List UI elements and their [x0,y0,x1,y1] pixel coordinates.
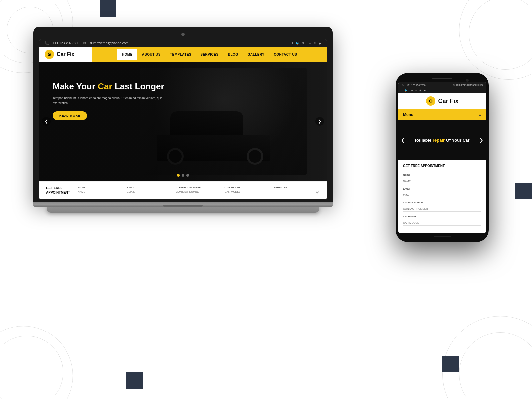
field-name-label: Name [78,186,124,189]
appointment-label: GET FREE APPOINTMENT [46,186,72,195]
phone-hero-highlight: repair [433,138,445,143]
field-name-input[interactable] [78,190,124,194]
hero-dot-1[interactable] [177,174,180,177]
phone-hamburger-icon[interactable]: ≡ [479,112,481,117]
laptop-stand [33,202,332,207]
phone-twitter-icon: 🐦 [404,89,408,92]
phone-topbar-email: dummyemail@yahoo.com [456,84,483,86]
topbar-left: 📞 +11 123 456 7890 ✉ dummyemail@yahoo.co… [45,41,129,45]
facebook-icon: f [292,42,293,45]
phone-field-contact-input[interactable] [403,206,481,212]
field-services-select[interactable] [274,190,320,195]
hero-section: Make Your Car Last Longer Tempor incidid… [39,62,327,181]
phone-topbar-email-wrapper: ✉ dummyemail@yahoo.com [453,84,483,86]
nav-item-gallery[interactable]: GALLERY [243,49,269,60]
logo-gear-icon: ⚙ [45,50,54,59]
phone-appt-title: GET FREE APPOINTMENT [403,164,481,170]
phone-field-contact: Contact Number [403,201,481,212]
hero-next-button[interactable]: ❯ [315,117,324,126]
appt-label-line2: APPOINTMENT [46,190,72,195]
hero-overlay [39,62,327,181]
laptop-camera-bar [39,33,327,36]
phone-linkedin-icon: in [415,89,417,92]
field-car-model-input[interactable] [225,190,271,194]
field-email-input[interactable] [127,190,173,194]
gear-symbol: ⚙ [47,52,52,57]
phone-field-name-label: Name [403,173,481,176]
rss-icon: ⊛ [314,42,316,45]
phone-topbar-phone-icon: 📞 [402,84,405,86]
field-car-model: Car Model [225,186,271,195]
field-email: Email [127,186,173,195]
laptop-base [47,207,319,213]
phone-appointment-section: GET FREE APPOINTMENT Name Email Contact … [398,160,486,233]
topbar-email: dummyemail@yahoo.com [90,41,129,45]
phone-hero-next-button[interactable]: ❯ [479,137,483,143]
hero-subtitle: Tempor incididunt ut labore et dolore ma… [53,96,179,105]
phone-home-button[interactable] [434,236,451,237]
email-icon: ✉ [83,41,86,45]
phone-social-icons: f 🐦 G+ in ⊛ ▶ [398,88,486,93]
phone-field-email-label: Email [403,187,481,190]
phone-hero-section: Reliable repair Of Your Car ❮ ❯ [398,120,486,160]
phone-field-email: Email [403,187,481,198]
phone-topbar: 📞 +11 123 456 7890 ✉ dummyemail@yahoo.co… [398,82,486,88]
field-services-label: Services [274,186,320,189]
phone-icon: 📞 [45,41,49,45]
hero-cta-button[interactable]: READ MORE [53,111,87,120]
field-contact-input[interactable] [176,190,222,194]
site-nav: HOME ABOUT US TEMPLATES SERVICES BLOG GA… [92,47,327,62]
phone-body: 📞 +11 123 456 7890 ✉ dummyemail@yahoo.co… [396,73,489,242]
phone-topbar-left: 📞 +11 123 456 7890 [402,84,426,86]
field-name: Name [78,186,124,195]
hero-title-part2: Last Longer [112,81,164,91]
hero-prev-button[interactable]: ❮ [42,117,51,126]
field-contact: Contact Number [176,186,222,195]
phone-field-car-model-label: Car Model [403,215,481,218]
appt-label-line1: GET FREE [46,186,72,190]
linkedin-icon: in [309,42,311,45]
phone-field-car-model: Car Model [403,215,481,226]
laptop-body: 📞 +11 123 456 7890 ✉ dummyemail@yahoo.co… [33,27,332,202]
phone-field-name-input[interactable] [403,179,481,184]
nav-item-about[interactable]: ABOUT US [137,49,165,60]
phone-hero-prev-button[interactable]: ❮ [401,137,405,143]
logo-text: Car Fix [57,51,74,57]
field-services: Services [274,186,320,195]
phone-device: 📞 +11 123 456 7890 ✉ dummyemail@yahoo.co… [396,73,489,242]
phone-menu-label: Menu [403,112,413,117]
phone-screen: 📞 +11 123 456 7890 ✉ dummyemail@yahoo.co… [398,82,486,233]
topbar-right: f 🐦 G+ in ⊛ ▶ [292,42,321,45]
nav-item-templates[interactable]: TEMPLATES [165,49,196,60]
phone-hero-part1: Reliable [415,138,433,143]
site-topbar: 📞 +11 123 456 7890 ✉ dummyemail@yahoo.co… [39,39,327,47]
phone-camera [466,79,469,82]
phone-topbar-email-icon: ✉ [453,84,455,86]
field-car-model-label: Car Model [225,186,271,189]
phone-youtube-icon: ▶ [424,89,426,92]
phone-logo-text: Car Fix [438,98,458,105]
phone-field-email-input[interactable] [403,193,481,198]
nav-item-services[interactable]: SERVICES [196,49,223,60]
phone-field-car-model-input[interactable] [403,220,481,226]
field-email-label: Email [127,186,173,189]
laptop-device: 📞 +11 123 456 7890 ✉ dummyemail@yahoo.co… [33,27,332,213]
nav-item-contact[interactable]: CONTACT US [269,49,302,60]
phone-menu-bar[interactable]: Menu ≡ [398,109,486,120]
appointment-section: GET FREE APPOINTMENT Name Email Contact … [39,181,327,199]
hero-dot-3[interactable] [186,174,189,177]
phone-speaker [432,78,452,79]
phone-field-contact-label: Contact Number [403,201,481,204]
nav-item-blog[interactable]: BLOG [223,49,243,60]
field-contact-label: Contact Number [176,186,222,189]
appointment-fields: Name Email Contact Number Car Model [78,186,320,195]
nav-item-home[interactable]: HOME [117,49,137,60]
phone-hero-title: Reliable repair Of Your Car [415,138,470,143]
site-header: ⚙ Car Fix HOME ABOUT US TEMPLATES SERVIC… [39,47,327,62]
googleplus-icon: G+ [302,42,306,45]
hero-title-highlight: Car [98,81,112,91]
phone-topbar-phone: +11 123 456 7890 [407,84,426,86]
hero-dot-2[interactable] [182,174,184,177]
phone-logo-area: ⚙ Car Fix [398,93,486,109]
hero-content: Make Your Car Last Longer Tempor incidid… [53,81,179,120]
